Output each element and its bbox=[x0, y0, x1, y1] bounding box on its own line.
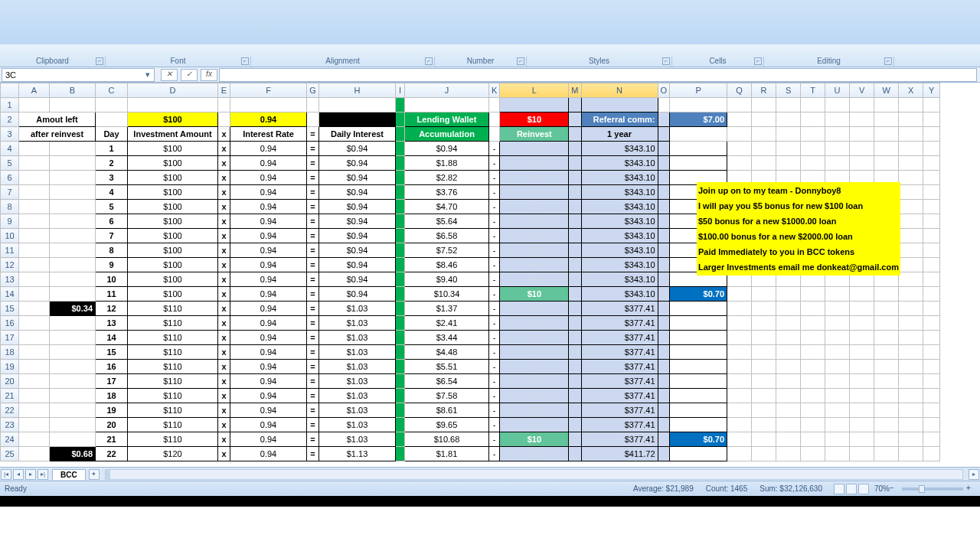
cell-V22[interactable] bbox=[850, 403, 874, 418]
cell-Q20[interactable] bbox=[727, 374, 752, 389]
cell-C15[interactable]: 12 bbox=[96, 302, 128, 316]
tab-next-button[interactable]: ▸ bbox=[25, 469, 36, 480]
cell-A15[interactable] bbox=[19, 302, 50, 316]
cell-X19[interactable] bbox=[899, 360, 923, 374]
row-header[interactable]: 10 bbox=[1, 229, 19, 243]
cell-S20[interactable] bbox=[776, 374, 801, 389]
cell-M24[interactable] bbox=[569, 432, 581, 447]
cell-L11[interactable]: $0 bbox=[500, 243, 569, 258]
cell-M21[interactable] bbox=[569, 389, 581, 403]
cell-G1[interactable] bbox=[307, 98, 319, 112]
cell-N25[interactable]: $411.72 bbox=[581, 447, 658, 461]
cell-X18[interactable] bbox=[899, 345, 923, 360]
cell-C7[interactable]: 4 bbox=[96, 185, 128, 200]
cell-F16[interactable]: 0.94 bbox=[230, 316, 307, 331]
cell-K4[interactable]: - bbox=[489, 142, 500, 156]
row-header[interactable]: 19 bbox=[1, 360, 19, 374]
cell-Q17[interactable] bbox=[727, 331, 752, 345]
cell-J5[interactable]: $1.88 bbox=[405, 156, 489, 171]
cell-O8[interactable] bbox=[658, 200, 670, 214]
cell-N23[interactable]: $377.41 bbox=[581, 418, 658, 432]
col-header-T[interactable]: T bbox=[801, 83, 825, 98]
cell-F12[interactable]: 0.94 bbox=[230, 258, 307, 272]
cell-K19[interactable]: - bbox=[489, 360, 500, 374]
cell-A8[interactable] bbox=[19, 200, 50, 214]
cell-D9[interactable]: $100 bbox=[128, 214, 218, 229]
cell-F8[interactable]: 0.94 bbox=[230, 200, 307, 214]
cell-X3[interactable] bbox=[899, 127, 923, 142]
cell-E23[interactable]: x bbox=[218, 418, 230, 432]
cell-E18[interactable]: x bbox=[218, 345, 230, 360]
cell-C1[interactable] bbox=[96, 98, 128, 112]
col-header-I[interactable]: I bbox=[396, 83, 405, 98]
cell-O4[interactable] bbox=[658, 142, 670, 156]
cell-K18[interactable]: - bbox=[489, 345, 500, 360]
col-header-F[interactable]: F bbox=[230, 83, 307, 98]
cell-B17[interactable] bbox=[50, 331, 96, 345]
cell-R15[interactable] bbox=[752, 302, 776, 316]
cell-J21[interactable]: $7.58 bbox=[405, 389, 489, 403]
cancel-formula-button[interactable]: ✕ bbox=[161, 69, 178, 81]
cell-U25[interactable] bbox=[825, 447, 850, 461]
cell-Q24[interactable] bbox=[727, 432, 752, 447]
cell-E15[interactable]: x bbox=[218, 302, 230, 316]
cell-K9[interactable]: - bbox=[489, 214, 500, 229]
row-header[interactable]: 17 bbox=[1, 331, 19, 345]
cell-D23[interactable]: $110 bbox=[128, 418, 218, 432]
row-header[interactable]: 20 bbox=[1, 374, 19, 389]
cell-M17[interactable] bbox=[569, 331, 581, 345]
cell-D13[interactable]: $100 bbox=[128, 272, 218, 287]
row-header[interactable]: 24 bbox=[1, 432, 19, 447]
cell-T24[interactable] bbox=[801, 432, 825, 447]
cell-V4[interactable] bbox=[850, 142, 874, 156]
cell-M23[interactable] bbox=[569, 418, 581, 432]
enter-formula-button[interactable]: ✓ bbox=[181, 69, 198, 81]
cell-G18[interactable]: = bbox=[307, 345, 319, 360]
row-header[interactable]: 11 bbox=[1, 243, 19, 258]
cell-O15[interactable] bbox=[658, 302, 670, 316]
row-header[interactable]: 21 bbox=[1, 389, 19, 403]
cell-L6[interactable]: $0 bbox=[500, 171, 569, 185]
cell-E24[interactable]: x bbox=[218, 432, 230, 447]
cell-K13[interactable]: - bbox=[489, 272, 500, 287]
cell-D25[interactable]: $120 bbox=[128, 447, 218, 461]
cell-H11[interactable]: $0.94 bbox=[319, 243, 396, 258]
cell-F11[interactable]: 0.94 bbox=[230, 243, 307, 258]
cell-R24[interactable] bbox=[752, 432, 776, 447]
cell-L24[interactable]: $10 bbox=[500, 432, 569, 447]
cell-L9[interactable]: $0 bbox=[500, 214, 569, 229]
cell-W3[interactable] bbox=[874, 127, 899, 142]
cell-Q22[interactable] bbox=[727, 403, 752, 418]
cell-O20[interactable] bbox=[658, 374, 670, 389]
cell-G13[interactable]: = bbox=[307, 272, 319, 287]
cell-F2[interactable]: 0.94 bbox=[230, 112, 307, 127]
new-sheet-button[interactable]: ✦ bbox=[89, 469, 100, 480]
cell-E25[interactable]: x bbox=[218, 447, 230, 461]
cell-D10[interactable]: $100 bbox=[128, 229, 218, 243]
cell-G25[interactable]: = bbox=[307, 447, 319, 461]
cell-A9[interactable] bbox=[19, 214, 50, 229]
cell-R23[interactable] bbox=[752, 418, 776, 432]
cell-V1[interactable] bbox=[850, 98, 874, 112]
cell-I22[interactable] bbox=[396, 403, 405, 418]
col-header-C[interactable]: C bbox=[96, 83, 128, 98]
cell-J2[interactable]: Lending Wallet bbox=[405, 112, 489, 127]
cell-U19[interactable] bbox=[825, 360, 850, 374]
cell-Y19[interactable] bbox=[923, 360, 940, 374]
cell-K8[interactable]: - bbox=[489, 200, 500, 214]
col-header-J[interactable]: J bbox=[405, 83, 489, 98]
cell-I13[interactable] bbox=[396, 272, 405, 287]
cell-A13[interactable] bbox=[19, 272, 50, 287]
cell-H3[interactable]: Daily Interest bbox=[319, 127, 396, 142]
cell-E9[interactable]: x bbox=[218, 214, 230, 229]
cell-K23[interactable]: - bbox=[489, 418, 500, 432]
cell-R17[interactable] bbox=[752, 331, 776, 345]
row-header[interactable]: 7 bbox=[1, 185, 19, 200]
row-header[interactable]: 9 bbox=[1, 214, 19, 229]
cell-C16[interactable]: 13 bbox=[96, 316, 128, 331]
cell-T1[interactable] bbox=[801, 98, 825, 112]
ribbon-group-editing[interactable]: Editing⌐ bbox=[764, 57, 894, 67]
cell-I4[interactable] bbox=[396, 142, 405, 156]
cell-E6[interactable]: x bbox=[218, 171, 230, 185]
cell-L14[interactable]: $10 bbox=[500, 287, 569, 302]
